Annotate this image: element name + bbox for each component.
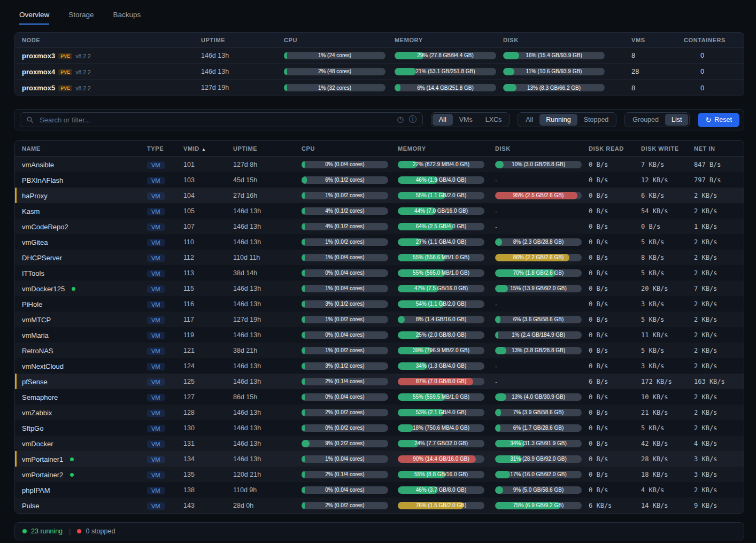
search-input[interactable] bbox=[20, 112, 423, 127]
status-filter-group: AllRunningStopped bbox=[518, 112, 616, 127]
usage-bar-label: 34% (1.3 GB/4.0 GB) bbox=[398, 362, 484, 370]
type-filter-option-all[interactable]: All bbox=[433, 114, 453, 126]
usage-bar-label: 0% (0.0/4 cores) bbox=[302, 269, 388, 277]
vm-row[interactable]: ITToolsVM11338d 14h0% (0.0/4 cores)55% (… bbox=[15, 265, 744, 281]
vm-row[interactable]: SftpGoVM130146d 13h0% (0.0/2 cores)18% (… bbox=[15, 420, 744, 436]
col-net-in[interactable]: NET IN bbox=[688, 145, 744, 152]
col-disk[interactable]: DISK bbox=[491, 145, 583, 152]
usage-bar-label: 2% (0.1/4 cores) bbox=[302, 378, 388, 385]
vm-row[interactable]: DHCPServerVM112110d 11h1% (0.0/4 cores)5… bbox=[15, 250, 744, 265]
col-type[interactable]: TYPE bbox=[144, 145, 177, 152]
col-name[interactable]: NAME bbox=[15, 145, 144, 152]
usage-bar: 2% (0.0/2 cores) bbox=[302, 502, 388, 509]
vm-row[interactable]: vmMariaVM119146d 13h0% (0.0/4 cores)25% … bbox=[15, 327, 744, 343]
refresh-icon: ↻ bbox=[705, 116, 711, 124]
vm-name: vmDocker bbox=[22, 440, 53, 448]
vm-disk-write: 5 KB/s bbox=[636, 316, 688, 323]
view-filter-option-list[interactable]: List bbox=[665, 114, 688, 126]
vm-disk-read: 0 B/s bbox=[583, 424, 636, 432]
vm-type-badge: VM bbox=[147, 471, 165, 479]
tab-backups[interactable]: Backups bbox=[113, 11, 141, 25]
vm-row[interactable]: SemaphoreVM12786d 15h0% (0.0/4 cores)55%… bbox=[15, 389, 744, 405]
nodes-col-node: NODE bbox=[15, 37, 201, 43]
node-name: proxmox5 bbox=[22, 84, 55, 92]
col-uptime[interactable]: UPTIME bbox=[228, 145, 297, 152]
vm-type-cell: VM bbox=[144, 268, 177, 278]
vm-type-badge: VM bbox=[147, 487, 165, 494]
vm-type-cell: VM bbox=[144, 253, 177, 262]
vm-row[interactable]: vmMTCPVM117127d 19h1% (0.0/2 cores)8% (1… bbox=[15, 312, 744, 327]
vm-row[interactable]: RetroNASVM12138d 21h1% (0.0/2 cores)39% … bbox=[15, 343, 744, 358]
usage-bar-label: 76% (1.5 GB/2.0 GB) bbox=[398, 502, 484, 509]
view-filter-option-grouped[interactable]: Grouped bbox=[626, 114, 665, 126]
usage-bar-label: 34% (31.3 GB/91.9 GB) bbox=[495, 440, 582, 447]
vm-uptime: 146d 13h bbox=[228, 378, 297, 385]
col-vmid[interactable]: VMID▲ bbox=[177, 145, 228, 152]
vm-disk-read: 0 B/s bbox=[583, 347, 636, 354]
reset-label: Reset bbox=[714, 116, 732, 123]
usage-bar: 6% (3.6 GB/58.6 GB) bbox=[495, 316, 582, 323]
type-filter-option-lxcs[interactable]: LXCs bbox=[479, 114, 508, 126]
status-filter-option-all[interactable]: All bbox=[519, 114, 539, 126]
vm-row[interactable]: haProxyVM10427d 16h1% (0.0/2 cores)55% (… bbox=[15, 188, 744, 203]
vm-memory-cell: 24% (7.7 GB/32.0 GB) bbox=[394, 440, 491, 447]
vm-row[interactable]: vmZabbixVM128146d 13h2% (0.0/2 cores)53%… bbox=[15, 405, 744, 420]
vm-row[interactable]: pfSenseVM125146d 13h2% (0.1/4 cores)87% … bbox=[15, 374, 744, 389]
info-icon[interactable]: ⓘ bbox=[409, 115, 416, 125]
col-disk-write[interactable]: DISK WRITE bbox=[636, 145, 688, 152]
vm-cpu-cell: 3% (0.1/2 cores) bbox=[297, 362, 394, 370]
usage-bar: 1% (0.0/2 cores) bbox=[302, 238, 388, 246]
vm-disk-write: 8 KB/s bbox=[636, 254, 688, 261]
col-memory[interactable]: MEMORY bbox=[394, 145, 491, 152]
vm-row[interactable]: vmPortainer2VM135120d 21h2% (0.1/4 cores… bbox=[15, 467, 744, 482]
node-vms-count: 8 bbox=[615, 84, 677, 92]
node-row[interactable]: proxmox3PVEv8.2.2146d 13h1% (24 cores)29… bbox=[15, 48, 744, 64]
usage-bar-label: 46% (3.7 GB/8.0 GB) bbox=[398, 486, 484, 494]
vm-row[interactable]: PiHoleVM116146d 13h3% (0.1/2 cores)54% (… bbox=[15, 296, 744, 312]
vm-type-cell: VM bbox=[144, 392, 177, 402]
vm-name-cell: vmZabbix bbox=[15, 408, 144, 417]
vm-row[interactable]: vmAnsibleVM101127d 8h0% (0.0/4 cores)22%… bbox=[15, 157, 744, 172]
vm-disk-cell: - bbox=[491, 175, 583, 185]
usage-bar: 2% (0.1/4 cores) bbox=[302, 471, 388, 478]
clock-icon[interactable]: ◷ bbox=[397, 115, 404, 123]
tab-overview[interactable]: Overview bbox=[19, 11, 49, 25]
usage-bar-label: 15% (13.9 GB/92.0 GB) bbox=[495, 285, 582, 292]
type-filter-option-vms[interactable]: VMs bbox=[453, 114, 479, 126]
status-filter-option-stopped[interactable]: Stopped bbox=[577, 114, 615, 126]
node-row[interactable]: proxmox5PVEv8.2.2127d 19h1% (32 cores)6%… bbox=[15, 80, 744, 96]
vm-row[interactable]: vmDocker125VM115146d 13h1% (0.0/4 cores)… bbox=[15, 281, 744, 296]
vm-row[interactable]: vmGiteaVM110146d 13h1% (0.0/2 cores)27% … bbox=[15, 234, 744, 250]
vm-type-cell: VM bbox=[144, 299, 177, 309]
node-uptime: 146d 13h bbox=[201, 68, 284, 75]
vm-row[interactable]: PulseVM14328d 0h2% (0.0/2 cores)76% (1.5… bbox=[15, 498, 744, 513]
vm-row[interactable]: vmPortainer1VM134146d 13h1% (0.0/4 cores… bbox=[15, 451, 744, 467]
vm-name: vmCodeRepo2 bbox=[22, 223, 68, 231]
vm-memory-cell: 55% (8.8 GB/16.0 GB) bbox=[394, 471, 491, 478]
col-cpu[interactable]: CPU bbox=[297, 145, 394, 152]
guests-table-header: NAME TYPE VMID▲ UPTIME CPU MEMORY DISK D… bbox=[15, 141, 744, 157]
col-disk-read[interactable]: DISK READ bbox=[583, 145, 636, 152]
vm-type-badge: VM bbox=[147, 363, 165, 370]
status-filter-option-running[interactable]: Running bbox=[539, 114, 577, 126]
reset-button[interactable]: ↻ Reset bbox=[698, 113, 739, 127]
nodes-col-disk: DISK bbox=[503, 37, 615, 43]
vm-disk-cell: - bbox=[491, 361, 583, 371]
vm-row[interactable]: PBXInAFlashVM10345d 15h6% (0.1/2 cores)4… bbox=[15, 172, 744, 188]
vm-row[interactable]: KasmVM105146d 13h4% (0.1/2 cores)44% (7.… bbox=[15, 203, 744, 219]
pve-badge: PVE bbox=[58, 69, 72, 75]
vm-type-badge: VM bbox=[147, 409, 165, 417]
vm-row[interactable]: vmDockerVM131146d 13h9% (0.2/2 cores)24%… bbox=[15, 436, 744, 451]
node-row[interactable]: proxmox4PVEv8.2.2146d 13h2% (48 cores)21… bbox=[15, 64, 744, 80]
node-uptime: 146d 13h bbox=[201, 52, 284, 59]
vm-row[interactable]: phpIPAMVM138110d 9h0% (0.0/4 cores)46% (… bbox=[15, 482, 744, 498]
usage-bar-label: 25% (2.0 GB/8.0 GB) bbox=[398, 331, 484, 339]
vm-row[interactable]: vmNextCloudVM124146d 13h3% (0.1/2 cores)… bbox=[15, 358, 744, 374]
usage-bar: 8% (1.4 GB/16.0 GB) bbox=[398, 316, 484, 323]
node-cpu-cell: 1% (32 cores) bbox=[284, 84, 395, 91]
tab-storage[interactable]: Storage bbox=[68, 11, 94, 25]
vm-name: DHCPServer bbox=[22, 254, 62, 262]
vm-disk-cell: 10% (3.0 GB/28.8 GB) bbox=[491, 161, 583, 168]
vm-disk-read: 6 B/s bbox=[583, 378, 636, 385]
vm-row[interactable]: vmCodeRepo2VM107146d 13h4% (0.1/2 cores)… bbox=[15, 219, 744, 234]
